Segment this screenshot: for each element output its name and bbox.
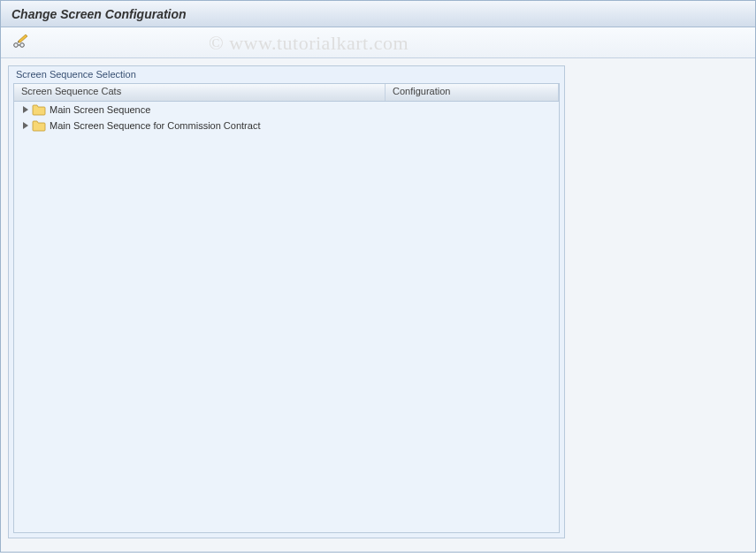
edit-toggle-button[interactable] [10,32,31,53]
app-window: Change Screen Configuration © www.tutori… [0,0,756,553]
tree-row[interactable]: Main Screen Sequence [14,102,559,118]
svg-point-1 [20,42,25,47]
page-title: Change Screen Configuration [11,7,187,21]
expand-arrow-icon[interactable] [21,105,30,114]
content-area: Screen Sequence Selection Screen Sequenc… [1,58,755,552]
tree-item-label: Main Screen Sequence [50,104,150,115]
panel-title: Screen Sequence Selection [9,66,564,81]
toolbar [1,27,755,58]
tree-item-label: Main Screen Sequence for Commission Cont… [50,120,260,131]
tree-header: Screen Sequence Cats Configuration [14,84,559,102]
svg-marker-5 [23,106,28,113]
svg-marker-6 [23,122,28,129]
title-bar: Change Screen Configuration [1,1,755,27]
svg-point-0 [14,42,19,47]
tree-header-col-cats[interactable]: Screen Sequence Cats [14,84,386,101]
svg-marker-3 [19,34,27,42]
folder-icon [32,103,46,116]
tree-container: Screen Sequence Cats Configuration [13,83,560,533]
tree-header-col-config[interactable]: Configuration [386,84,559,101]
tree-row[interactable]: Main Screen Sequence for Commission Cont… [14,118,559,134]
tree-body: Main Screen Sequence Main Screen Sequenc… [14,102,559,532]
folder-icon [32,119,46,132]
screen-sequence-panel: Screen Sequence Selection Screen Sequenc… [8,65,565,538]
expand-arrow-icon[interactable] [21,121,30,130]
pencil-glasses-icon [12,34,28,51]
